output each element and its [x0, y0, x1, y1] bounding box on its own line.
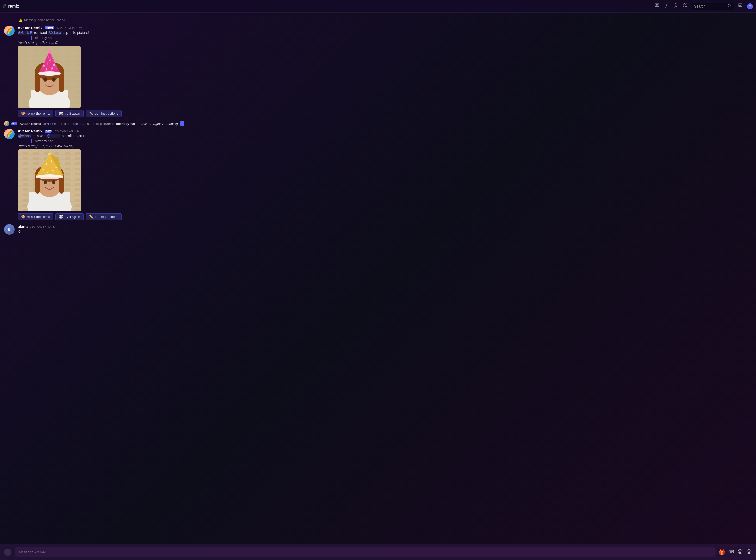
- svg-point-17: [52, 77, 56, 82]
- username-2: Avatar Remix: [18, 129, 42, 133]
- message-content-3: elana 02/27/2023 4:39 PM lol: [18, 224, 752, 233]
- search-icon: [727, 4, 732, 8]
- emoji-icon[interactable]: [746, 549, 752, 556]
- svg-point-2: [728, 4, 731, 7]
- title-bar-icons: Search ?: [654, 3, 753, 9]
- edit-instructions-button-2[interactable]: ✏️ edit instructions: [86, 213, 122, 220]
- svg-point-55: [48, 153, 51, 155]
- action-buttons-2: 🎨 remix the remix 🎲 try it again ✏️ edit…: [18, 213, 752, 220]
- system-label-2: birthday hat: [31, 139, 752, 143]
- compact-label: birthday hat: [116, 122, 135, 126]
- sticker-icon[interactable]: [737, 549, 743, 556]
- image-thumb-icon: [180, 121, 184, 126]
- avatar-avatarremix-1: 🌈: [4, 25, 15, 36]
- message-body-1: @Nick B remixed @elana 's profile pictur…: [18, 31, 752, 35]
- compact-body-text2: 's profile picture! >: [86, 122, 114, 126]
- svg-rect-3: [46, 27, 48, 29]
- bot-badge-2: BOT: [45, 129, 51, 133]
- try-icon-2: 🎲: [59, 215, 63, 219]
- image-container-2: [18, 149, 81, 211]
- mention-nickb: @Nick B: [18, 31, 33, 35]
- message-header-2: Avatar Remix BOT 02/27/2023 4:39 PM: [18, 129, 752, 133]
- system-label-1: birthday hat: [31, 36, 752, 40]
- message-content-2: Avatar Remix BOT 02/27/2023 4:39 PM @ela…: [18, 129, 752, 221]
- message-row-2: 🌈 Avatar Remix BOT 02/27/2023 4:39 PM @e…: [4, 129, 752, 221]
- help-icon[interactable]: ?: [747, 3, 753, 9]
- mention-elana-2b: @elana: [46, 134, 60, 138]
- svg-point-42: [52, 180, 55, 184]
- svg-point-27: [51, 67, 53, 69]
- threads-icon[interactable]: [654, 3, 659, 9]
- username-elana: elana: [18, 224, 28, 228]
- message-group-3: E elana 02/27/2023 4:39 PM lol: [0, 223, 756, 237]
- message-header-1: Avatar Remix BOT 02/27/2023 4:38 PM: [18, 25, 752, 30]
- svg-point-61: [747, 549, 751, 554]
- svg-point-28: [38, 72, 61, 76]
- compact-avatar: 🌈: [4, 121, 9, 126]
- svg-point-0: [684, 4, 686, 5]
- search-box[interactable]: Search: [692, 3, 734, 9]
- compact-mention-nick: @Nick B: [43, 122, 57, 126]
- svg-text:GIF: GIF: [730, 551, 733, 553]
- compact-body-text: remixed: [58, 122, 70, 126]
- members-icon[interactable]: [682, 3, 688, 9]
- remix-button-2[interactable]: 🎨 remix the remix: [18, 213, 54, 220]
- portrait-svg-1: [18, 46, 81, 108]
- message-header-3: elana 02/27/2023 4:39 PM: [18, 224, 752, 228]
- svg-point-63: [749, 551, 750, 552]
- svg-point-58: [738, 549, 742, 554]
- svg-point-50: [47, 172, 48, 173]
- svg-point-54: [36, 175, 63, 179]
- message-group-1: 🌈 Avatar Remix BOT 02/27/2023 4:38 PM @N…: [0, 24, 756, 120]
- avatar-avatarremix-2: 🌈: [4, 129, 15, 139]
- svg-point-26: [46, 68, 47, 70]
- warning-icon: ⚠️: [19, 18, 23, 22]
- channel-hash: #: [3, 3, 6, 9]
- timestamp-2: 02/27/2023 4:39 PM: [54, 129, 80, 133]
- message-row-1: 🌈 Avatar Remix BOT 02/27/2023 4:38 PM @N…: [4, 25, 752, 118]
- bot-badge-1: BOT: [45, 26, 54, 29]
- edit-icon-1: ✏️: [89, 111, 93, 116]
- message-row-3: E elana 02/27/2023 4:39 PM lol: [4, 224, 752, 235]
- edit-icon-2: ✏️: [89, 215, 93, 219]
- portrait-svg-2: [18, 149, 81, 211]
- remix-icon-1: 🎨: [21, 111, 25, 116]
- inbox-icon[interactable]: [738, 3, 743, 9]
- message-content-1: Avatar Remix BOT 02/27/2023 4:38 PM @Nic…: [18, 25, 752, 118]
- gif-icon[interactable]: GIF: [728, 549, 734, 556]
- gift-icon[interactable]: 🎁: [719, 549, 725, 555]
- slash-icon[interactable]: [664, 3, 669, 9]
- remix-info-1: (remix strength: 7, seed: 0): [18, 41, 752, 45]
- add-attachment-button[interactable]: +: [4, 548, 12, 556]
- username-1: Avatar Remix: [18, 25, 42, 30]
- try-again-button-1[interactable]: 🎲 try it again: [56, 110, 84, 117]
- edit-instructions-button-1[interactable]: ✏️ edit instructions: [86, 110, 122, 117]
- image-container-1: [18, 46, 81, 108]
- mention-elana-2a: @elana: [18, 134, 31, 138]
- compact-forward-message: 🌈 BOT Avatar Remix @Nick B remixed @elan…: [0, 120, 756, 127]
- timestamp-elana: 02/27/2023 4:39 PM: [30, 225, 56, 228]
- svg-point-25: [53, 64, 55, 66]
- remix-info-2: (remix strength: 7, seed: 845797465): [18, 144, 752, 148]
- compact-bot-badge: BOT: [12, 122, 18, 125]
- remix-button-1[interactable]: 🎨 remix the remix: [18, 110, 54, 117]
- svg-point-62: [748, 551, 749, 552]
- remix-icon-2: 🎨: [21, 215, 25, 219]
- input-icons: 🎁 GIF: [719, 549, 752, 556]
- try-again-button-2[interactable]: 🎲 try it again: [56, 213, 84, 220]
- svg-point-24: [49, 60, 50, 61]
- message-input-bar: + 🎁 GIF: [0, 544, 756, 560]
- search-placeholder: Search: [694, 4, 706, 8]
- pin-icon[interactable]: [673, 3, 678, 9]
- svg-point-60: [740, 551, 741, 552]
- channel-name: remix: [8, 4, 19, 8]
- timestamp-1: 02/27/2023 4:38 PM: [56, 26, 82, 29]
- svg-point-16: [43, 77, 47, 82]
- message-input[interactable]: [15, 547, 716, 557]
- error-text: Message could not be loaded.: [24, 18, 66, 22]
- message-body-2: @elana remixed @elana 's profile picture…: [18, 134, 752, 138]
- title-bar: # remix Search ?: [0, 0, 756, 13]
- avatar-elana: E: [4, 224, 15, 235]
- svg-point-41: [44, 180, 47, 184]
- svg-point-29: [48, 50, 51, 53]
